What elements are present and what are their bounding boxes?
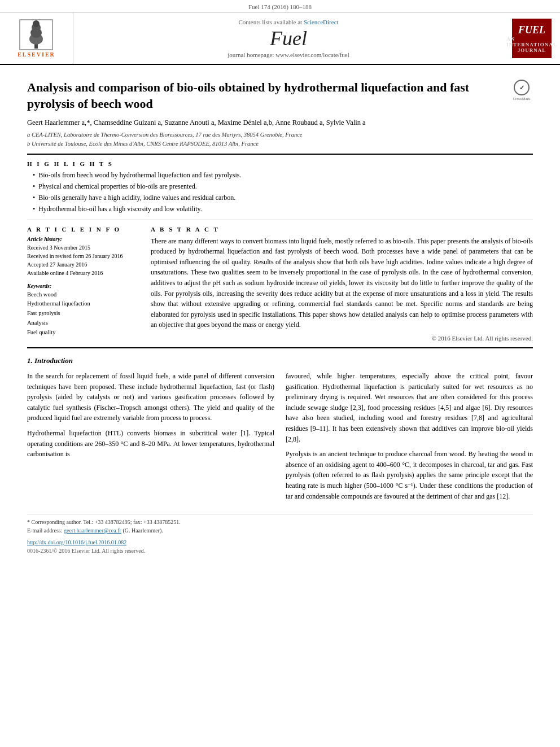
fuel-badge-sub: AN INTERNATIONAL xyxy=(506,36,557,47)
fuel-badge-sub2: JOURNAL xyxy=(518,47,546,53)
highlight-item: Physical and chemical properties of bio-… xyxy=(33,182,533,191)
history-title: Article history: xyxy=(27,236,137,242)
issn-line: 0016-2361/© 2016 Elsevier Ltd. All right… xyxy=(27,547,533,555)
affiliation-b: b Université de Toulouse, Ecole des Mine… xyxy=(27,139,533,148)
abstract-text: There are many different ways to convert… xyxy=(151,236,533,330)
article-title: Analysis and comparison of bio-oils obta… xyxy=(27,80,504,112)
fuel-badge: FUEL AN INTERNATIONAL JOURNAL xyxy=(512,19,552,58)
fuel-badge-area: FUEL AN INTERNATIONAL JOURNAL xyxy=(504,13,560,64)
introduction-body: In the search for replacement of fossil … xyxy=(27,371,533,506)
journal-center: Contents lists available at ScienceDirec… xyxy=(73,13,504,64)
crossmark-icon: ✓ xyxy=(514,80,530,95)
elsevier-tree-icon xyxy=(19,19,53,50)
divider-after-affiliations xyxy=(27,154,533,155)
keywords-title: Keywords: xyxy=(27,283,137,289)
info-abstract-section: A R T I C L E I N F O Article history: R… xyxy=(27,226,533,342)
keyword-1: Beech wood xyxy=(27,290,137,300)
revised-date: Received in revised form 26 January 2016 xyxy=(27,252,137,260)
keyword-2: Hydrothermal liquefaction xyxy=(27,299,137,309)
journal-homepage: journal homepage: www.elsevier.com/locat… xyxy=(228,51,349,58)
contents-line: Contents lists available at ScienceDirec… xyxy=(238,19,338,25)
introduction-section: 1. Introduction In the search for replac… xyxy=(27,356,533,506)
page-wrapper: Fuel 174 (2016) 180–188 ELSEVIER xyxy=(0,0,560,747)
affiliations: a CEA-LITEN, Laboratoire de Thermo-Conve… xyxy=(27,130,533,148)
journal-reference-bar: Fuel 174 (2016) 180–188 xyxy=(0,0,560,13)
email-link[interactable]: geert.haarlemmer@cea.fr xyxy=(64,527,121,534)
highlight-item: Bio-oils from beech wood by hydrothermal… xyxy=(33,171,533,180)
highlights-heading: H I G H L I G H T S xyxy=(27,160,533,167)
elsevier-label: ELSEVIER xyxy=(18,51,55,58)
affiliation-a: a CEA-LITEN, Laboratoire de Thermo-Conve… xyxy=(27,130,533,139)
doi-line: http://dx.doi.org/10.1016/j.fuel.2016.01… xyxy=(27,538,533,547)
article-info-col: A R T I C L E I N F O Article history: R… xyxy=(27,226,137,342)
crossmark-label: CrossMark xyxy=(513,97,530,101)
section-heading: 1. Introduction xyxy=(27,356,533,365)
intro-col-left: In the search for replacement of fossil … xyxy=(27,371,274,506)
email-line: E-mail address: geert.haarlemmer@cea.fr … xyxy=(27,526,533,535)
contents-text: Contents lists available at xyxy=(238,19,302,25)
elsevier-logo: ELSEVIER xyxy=(18,19,55,58)
authors-line: Geert Haarlemmer a,*, Chamseddine Guizan… xyxy=(27,117,533,128)
authors-text: Geert Haarlemmer a,*, Chamseddine Guizan… xyxy=(27,119,366,126)
section-title: Introduction xyxy=(34,356,73,365)
abstract-heading: A B S T R A C T xyxy=(151,226,533,233)
keyword-4: Analysis xyxy=(27,318,137,328)
divider-after-abstract xyxy=(27,347,533,348)
highlights-list: Bio-oils from beech wood by hydrothermal… xyxy=(33,171,533,213)
section-number: 1. xyxy=(27,356,33,365)
intro-col-right: favoured, while higher temperatures, esp… xyxy=(286,371,533,506)
corresponding-author: * Corresponding author. Tel.: +33 438782… xyxy=(27,518,533,526)
divider-after-highlights xyxy=(27,220,533,220)
highlight-item: Bio-oils generally have a high acidity, … xyxy=(33,193,533,203)
journal-ref-text: Fuel 174 (2016) 180–188 xyxy=(248,3,312,10)
journal-name: Fuel xyxy=(270,28,307,49)
received-date: Received 3 November 2015 xyxy=(27,243,137,252)
intro-p3: favoured, while higher temperatures, esp… xyxy=(286,371,533,444)
intro-p2: Hydrothermal liquefaction (HTL) converts… xyxy=(27,428,274,460)
elsevier-logo-area: ELSEVIER xyxy=(0,13,73,64)
footnote-area: * Corresponding author. Tel.: +33 438782… xyxy=(27,514,533,555)
email-name: (G. Haarlemmer). xyxy=(123,527,163,534)
journal-header: ELSEVIER Contents lists available at Sci… xyxy=(0,13,560,65)
available-date: Available online 4 February 2016 xyxy=(27,269,137,277)
article-info-heading: A R T I C L E I N F O xyxy=(27,226,137,233)
abstract-col: A B S T R A C T There are many different… xyxy=(151,226,533,342)
intro-p1: In the search for replacement of fossil … xyxy=(27,371,274,423)
keyword-3: Fast pyrolysis xyxy=(27,309,137,318)
crossmark-widget[interactable]: ✓ CrossMark xyxy=(510,80,533,101)
article-title-section: Analysis and comparison of bio-oils obta… xyxy=(27,80,533,112)
sciencedirect-link[interactable]: ScienceDirect xyxy=(304,19,339,25)
keywords-block: Keywords: Beech wood Hydrothermal liquef… xyxy=(27,283,137,338)
copyright-line: © 2016 Elsevier Ltd. All rights reserved… xyxy=(151,335,533,342)
accepted-date: Accepted 27 January 2016 xyxy=(27,260,137,269)
highlight-item: Hydrothermal bio-oil has a high viscosit… xyxy=(33,204,533,214)
email-label: E-mail address: xyxy=(27,527,62,534)
keyword-5: Fuel quality xyxy=(27,328,137,338)
article-history-block: Article history: Received 3 November 201… xyxy=(27,236,137,277)
fuel-badge-title: FUEL xyxy=(518,24,545,36)
highlights-section: H I G H L I G H T S Bio-oils from beech … xyxy=(27,160,533,213)
doi-link[interactable]: http://dx.doi.org/10.1016/j.fuel.2016.01… xyxy=(27,539,126,545)
main-content: Analysis and comparison of bio-oils obta… xyxy=(0,65,560,566)
intro-p4: Pyrolysis is an ancient technique to pro… xyxy=(286,449,533,501)
svg-point-4 xyxy=(33,20,40,27)
